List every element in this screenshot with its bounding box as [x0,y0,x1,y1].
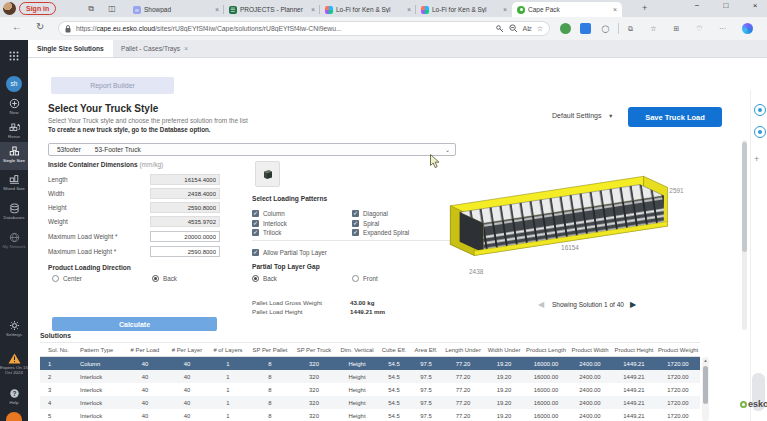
chevron-down-icon[interactable]: ▼ [608,113,613,119]
sign-in-badge[interactable]: Sign in [19,2,56,15]
previous-solution-button[interactable]: ◀ [538,300,544,309]
maximize-button[interactable]: □ [716,1,736,10]
close-window-button[interactable]: × [745,1,765,10]
address-bar[interactable]: https://cape.eu.esko.cloud/sites/rU8qEYf… [58,21,550,36]
column-header[interactable]: Dim. Vertical [336,343,378,357]
browser-tab[interactable]: ∞Showpad× [128,2,224,17]
table-row[interactable]: 2Interlock404018320Height54.597.577.2019… [40,370,700,383]
avatar[interactable]: sh [6,76,22,92]
browser-profile-avatar[interactable] [3,2,16,15]
page-scrollbar[interactable] [742,140,747,330]
column-header[interactable]: SP Per Pallet [248,343,292,357]
read-aloud-icon[interactable]: Aʫ [523,25,532,32]
loading-direction-radio-center[interactable] [52,275,59,282]
zoom-out-icon[interactable] [509,24,518,33]
refresh-button[interactable]: ↻ [36,21,44,32]
next-solution-button[interactable]: ▶ [630,300,636,309]
report-builder-button[interactable]: Report Builder [51,77,174,94]
lengthfield[interactable] [150,174,220,185]
workspaces-icon[interactable]: ⧉ [85,2,97,15]
app-launcher-icon[interactable] [0,51,28,62]
pattern-checkbox-column[interactable]: ✓ [252,210,259,217]
column-header[interactable]: Product Length [524,343,568,357]
browser-tab[interactable]: Cape Pack× [512,2,622,17]
table-scroll-thumb[interactable] [703,366,708,404]
zoom-in-plus-icon[interactable]: + [754,154,759,164]
split-screen-icon[interactable]: ⧉ [625,23,636,34]
copilot-icon[interactable] [742,23,753,34]
tab-pallet-cases-trays[interactable]: Pallet - Cases/Trays × [112,40,197,57]
sidebar-item-databases[interactable]: Databases [0,203,28,220]
tab-close-icon[interactable]: × [311,6,315,13]
column-header[interactable]: Product Width [568,343,612,357]
browser-tab[interactable]: Lo-Fi for Ken & Syl× [416,2,512,17]
browser-tab[interactable]: Lo-Fi for Ken & Syl× [320,2,416,17]
column-header[interactable]: Width Under [484,343,524,357]
favorites-bar-icon[interactable]: ☆ [648,23,659,34]
pattern-checkbox-spiral[interactable]: ✓ [352,220,359,227]
pattern-checkbox-trilock[interactable]: ✓ [252,229,259,236]
tab-close-icon[interactable]: × [184,45,188,52]
extension-c-icon[interactable]: ◯ [600,23,611,34]
column-header[interactable]: Pattern Type [72,343,124,357]
calculate-button[interactable]: Calculate [52,317,217,331]
pattern-checkbox-expanded-spiral[interactable]: ✓ [352,229,359,236]
sidebar-item-my-network[interactable]: My Network [0,232,28,249]
floating-widget-button[interactable] [754,104,766,116]
back-button[interactable]: ← [12,21,22,32]
column-header[interactable]: # Per Load [124,343,166,357]
widthfield[interactable] [150,188,220,199]
password-key-icon[interactable] [496,25,504,33]
column-header[interactable]: # of Layers [208,343,248,357]
column-header[interactable]: Length Under [442,343,484,357]
page-scroll-thumb[interactable] [742,142,747,252]
loading-direction-radio-back[interactable] [152,275,159,282]
esko-orange-logo[interactable] [6,412,22,421]
column-header[interactable]: Product Height [612,343,656,357]
floating-widget-button[interactable] [754,126,766,138]
tab-close-icon[interactable]: × [503,6,507,13]
maximum-load-height-field[interactable] [150,246,220,257]
column-header[interactable]: # Per Layer [166,343,208,357]
tab-actions-icon[interactable]: ◫ [106,2,118,15]
table-row[interactable]: 5Interlock404018320Height54.597.577.2019… [40,409,700,421]
table-scrollbar[interactable]: ▲ [702,357,709,421]
collections-icon[interactable]: ⊞ [671,23,682,34]
pattern-checkbox-diagonal[interactable]: ✓ [352,210,359,217]
weightfield[interactable] [150,216,220,227]
screen-recorder-icon[interactable] [580,23,591,34]
column-header[interactable]: Cube Eff. [378,343,410,357]
column-header[interactable]: Sol. No. [40,343,72,357]
browser-tab[interactable]: ☰PROJECTS - Planner× [224,2,320,17]
tab-close-icon[interactable]: × [215,6,219,13]
maximum-load-weight-field[interactable] [150,231,220,242]
extension-green-icon[interactable] [560,23,571,34]
browser-essentials-icon[interactable]: ♡ [694,23,705,34]
table-row[interactable]: 1Column404018320Height54.597.577.2019.20… [40,357,700,371]
allow-partial-top-layer-checkbox[interactable]: ✓ [252,249,259,256]
scroll-up-icon[interactable]: ▲ [702,358,709,363]
sidebar-item-settings[interactable]: Settings [0,320,28,337]
tab-close-icon[interactable]: × [613,6,617,13]
sidebar-item-new[interactable]: New [0,98,28,115]
column-header[interactable]: SP Per Truck [292,343,336,357]
save-truck-load-button[interactable]: Save Truck Load [628,107,722,127]
sidebar-item-mixed-size[interactable]: Mixed Size [0,174,28,191]
partial-gap-radio-front[interactable] [352,275,359,282]
view-box-button[interactable] [255,161,280,187]
column-header[interactable]: Area Eff. [410,343,442,357]
more-options-icon[interactable]: ⋯ [717,23,728,34]
heightfield[interactable] [150,202,220,213]
sidebar-item-single-size[interactable]: Single Size [0,142,28,170]
pattern-checkbox-interlock[interactable]: ✓ [252,220,259,227]
partial-gap-radio-back[interactable] [252,275,259,282]
default-settings-dropdown[interactable]: Default Settings [552,112,601,119]
table-row[interactable]: 4Interlock404018320Height54.597.577.2019… [40,396,700,409]
sidebar-item-help[interactable]: ? Help [0,388,28,405]
new-tab-button[interactable]: + [642,3,647,13]
column-header[interactable]: Product Weight [656,343,700,357]
favorite-star-icon[interactable]: ☆ [537,25,543,33]
truck-load-3d-view[interactable]: 2591 16154 2438 [432,152,708,300]
tab-single-size-solutions[interactable]: Single Size Solutions [28,40,113,57]
tab-close-icon[interactable]: × [407,6,411,13]
